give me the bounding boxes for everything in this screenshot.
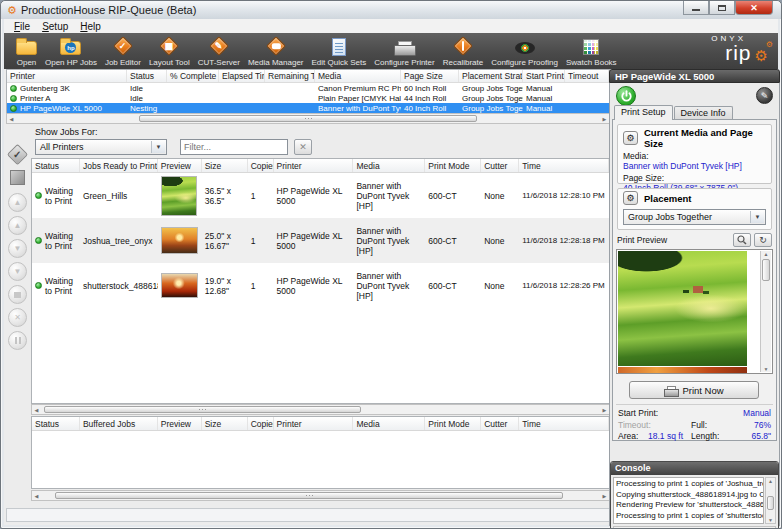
scroll-right-icon[interactable]: ▶ — [600, 114, 609, 123]
scroll-left-icon[interactable]: ◀ — [32, 491, 41, 500]
printer-row[interactable]: Printer A Idle Plain Paper [CMYK Halfton… — [7, 93, 609, 103]
job-proof-button[interactable] — [10, 170, 25, 185]
column-header[interactable]: Media — [353, 159, 425, 172]
console-vscrollbar[interactable]: ▲ ▼ — [765, 477, 776, 524]
column-header[interactable]: Status — [32, 417, 80, 430]
column-header[interactable]: Cutter — [481, 159, 519, 172]
column-header[interactable]: Time — [519, 159, 609, 172]
maximize-button[interactable] — [709, 1, 735, 15]
cancel-job-button[interactable]: ✕ — [8, 308, 27, 327]
column-header[interactable]: Preview — [158, 159, 202, 172]
minimize-button[interactable] — [683, 1, 709, 15]
menu-file[interactable]: File — [8, 21, 36, 32]
scroll-left-icon[interactable]: ◀ — [32, 405, 41, 414]
media-value-link[interactable]: Banner with DuPont Tyvek [HP] — [623, 161, 766, 171]
job-row[interactable]: Waiting to Print shutterstock_488618... … — [32, 263, 609, 308]
column-header[interactable]: Page Size — [401, 70, 459, 82]
column-header[interactable]: Copies — [248, 159, 274, 172]
toolbar-layout-tool-button[interactable]: ▦ Layout Tool — [145, 34, 194, 68]
move-job-down-button[interactable]: ▼ — [8, 239, 27, 258]
column-header[interactable]: Printer — [274, 159, 354, 172]
column-header[interactable]: Printer — [274, 417, 354, 430]
scrollbar-thumb[interactable] — [44, 406, 361, 413]
printer-edit-button[interactable]: ✎ — [756, 87, 773, 104]
job-row[interactable]: Waiting to Print Green_Hills 36.5" x 36.… — [32, 173, 609, 218]
print-job-button[interactable] — [8, 285, 27, 304]
pause-icon — [19, 337, 21, 344]
close-icon: ✕ — [14, 313, 21, 322]
column-header[interactable]: Preview — [158, 417, 202, 430]
buffered-table-hscrollbar[interactable]: ◀ ▶ — [31, 490, 610, 501]
placement-dropdown[interactable]: Group Jobs Together ▼ — [623, 209, 766, 225]
printer-filter-dropdown[interactable]: All Printers ▼ — [35, 139, 167, 155]
scroll-up-icon[interactable]: ▲ — [766, 478, 775, 484]
move-job-bottom-button[interactable]: ▼ — [8, 262, 27, 281]
clear-filter-button[interactable]: ✕ — [294, 139, 312, 155]
toolbar-configure-printer-button[interactable]: Configure Printer — [370, 34, 438, 68]
scrollbar-thumb[interactable] — [55, 492, 563, 499]
scroll-right-icon[interactable]: ▶ — [600, 491, 609, 500]
move-job-up-button[interactable]: ▲ — [8, 216, 27, 235]
printer-row[interactable]: Gutenberg 3K Idle Canon Premium RC Photo… — [7, 83, 609, 93]
scrollbar-thumb[interactable] — [767, 496, 774, 510]
column-header[interactable]: Size — [202, 159, 248, 172]
scroll-down-icon[interactable]: ▼ — [766, 517, 775, 523]
tab-print-setup[interactable]: Print Setup — [614, 105, 673, 120]
tab-device-info[interactable]: Device Info — [674, 106, 733, 120]
job-row[interactable]: Waiting to Print Joshua_tree_onyx 25.0" … — [32, 218, 609, 263]
scroll-left-icon[interactable]: ◀ — [7, 114, 16, 123]
toolbar-job-editor-button[interactable]: ✓ Job Editor — [101, 34, 145, 68]
toolbar-open-button[interactable]: Open — [12, 34, 41, 68]
column-header[interactable]: Status — [32, 159, 80, 172]
preview-refresh-button[interactable]: ↻ — [754, 233, 772, 247]
column-header[interactable]: Placement Strategy — [459, 70, 523, 82]
toolbar-open-hp-jobs-button[interactable]: hp Open HP Jobs — [41, 34, 101, 68]
column-header[interactable]: Time — [519, 417, 609, 430]
column-header[interactable]: Copies — [248, 417, 274, 430]
column-header[interactable]: Elapsed Time — [219, 70, 265, 82]
preview-zoom-button[interactable] — [733, 233, 751, 247]
printer-row-selected[interactable]: HP PageWide XL 5000 Nesting Banner with … — [7, 103, 609, 113]
toolbar-edit-quick-sets-button[interactable]: Edit Quick Sets — [308, 34, 371, 68]
toolbar-configure-proofing-button[interactable]: Configure Proofing — [487, 34, 562, 68]
printer-power-button[interactable] — [616, 86, 636, 106]
toolbar-media-manager-button[interactable]: Media Manager — [244, 34, 308, 68]
placement-settings-gear-button[interactable]: ⚙ — [623, 191, 638, 205]
media-settings-gear-button[interactable]: ⚙ — [623, 131, 638, 145]
hold-job-button[interactable] — [8, 331, 27, 350]
filter-input[interactable] — [180, 139, 288, 155]
column-header[interactable]: Printer — [7, 70, 127, 82]
edit-job-button[interactable]: ✓ — [7, 144, 28, 165]
column-header[interactable]: Media — [353, 417, 425, 430]
column-header[interactable]: Status — [127, 70, 167, 82]
column-header[interactable]: % Complete — [167, 70, 219, 82]
menu-help[interactable]: Help — [74, 21, 107, 32]
column-header[interactable]: Buffered Jobs — [80, 417, 158, 430]
preview-vscrollbar[interactable]: ▲ ▼ — [760, 251, 771, 372]
close-button[interactable]: ✕ — [735, 1, 773, 15]
toolbar-cut-server-button[interactable]: ✎ CUT-Server — [194, 34, 244, 68]
column-header[interactable]: Cutter — [481, 417, 519, 430]
print-now-button[interactable]: Print Now — [629, 381, 759, 399]
start-print-value[interactable]: Manual — [743, 408, 771, 418]
jobs-table-hscrollbar[interactable]: ◀ ▶ — [31, 404, 610, 415]
column-header[interactable]: Timeout — [565, 70, 609, 82]
column-header[interactable]: Media — [315, 70, 401, 82]
column-header[interactable]: Size — [202, 417, 248, 430]
move-job-top-button[interactable]: ▲ — [8, 193, 27, 212]
column-header[interactable]: Print Mode — [425, 159, 481, 172]
column-header[interactable]: Jobs Ready to Print — [80, 159, 158, 172]
toolbar-recalibrate-button[interactable]: Recalibrate — [439, 34, 487, 68]
scroll-right-icon[interactable]: ▶ — [600, 405, 609, 414]
column-header[interactable]: Start Print — [523, 70, 565, 82]
scrollbar-thumb[interactable] — [139, 115, 476, 122]
scroll-up-icon[interactable]: ▲ — [761, 251, 771, 257]
scroll-down-icon[interactable]: ▼ — [761, 366, 771, 372]
printer-table-hscrollbar[interactable]: ◀ ▶ — [6, 113, 610, 124]
job-status: Waiting to Print — [45, 276, 77, 296]
toolbar-swatch-books-button[interactable]: Swatch Books — [562, 34, 621, 68]
menu-setup[interactable]: Setup — [36, 21, 74, 32]
column-header[interactable]: Remaining Time — [265, 70, 315, 82]
scrollbar-thumb[interactable] — [762, 259, 770, 281]
column-header[interactable]: Print Mode — [425, 417, 481, 430]
